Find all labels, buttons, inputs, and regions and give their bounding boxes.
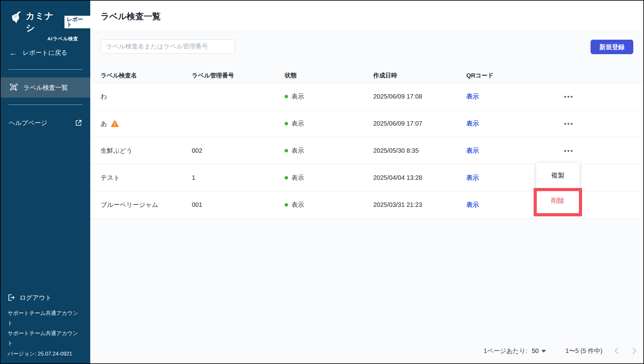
- warning-icon: [111, 120, 119, 128]
- cell-created-at: 2025/06/09 17:07: [373, 120, 466, 127]
- row-menu-button[interactable]: •••: [560, 117, 578, 130]
- page-title: ラベル検査一覧: [101, 11, 161, 22]
- cell-actions: •••: [558, 145, 643, 157]
- column-header-qr: QRコード: [466, 71, 558, 80]
- cell-inspection-name: あ: [101, 119, 192, 128]
- sidebar-item-label-inspections[interactable]: ラベル検査一覧: [1, 77, 90, 98]
- created-at: 2025/04/04 13:28: [373, 174, 422, 181]
- help-page-link[interactable]: ヘルプページ: [1, 116, 90, 130]
- logout-icon: [8, 294, 15, 301]
- cell-management-number: 001: [192, 201, 285, 208]
- row-menu-button[interactable]: •••: [560, 90, 578, 103]
- cell-qr: 表示: [466, 92, 558, 101]
- sidebar-footer: ログアウト サポートチーム共通アカウント サポートチーム共通アカウント バージョ…: [1, 293, 90, 359]
- row-menu-button[interactable]: •••: [560, 145, 578, 157]
- management-number: 002: [192, 147, 202, 154]
- per-page-value: 50: [532, 347, 539, 355]
- table-row: あ 表示 2025/06/09 17:07 表示 •••: [90, 110, 643, 137]
- cell-inspection-name: テスト: [101, 173, 192, 182]
- label-scan-icon: [9, 83, 18, 92]
- account-organization: サポートチーム共通アカウント: [8, 328, 83, 349]
- column-header-name: ラベル検査名: [101, 71, 192, 80]
- menu-item-delete[interactable]: 削除: [536, 188, 580, 213]
- help-page-label: ヘルプページ: [9, 119, 47, 127]
- create-new-button[interactable]: 新規登録: [591, 40, 633, 54]
- column-header-created: 作成日時: [373, 71, 466, 80]
- cell-qr: 表示: [466, 119, 558, 128]
- status-label: 表示: [291, 119, 304, 128]
- cell-status: 表示: [285, 92, 373, 101]
- per-page-select[interactable]: 50: [532, 347, 546, 355]
- cell-actions: •••: [558, 90, 643, 103]
- row-context-menu: 複製 削除: [536, 163, 580, 213]
- column-header-number: ラベル管理番号: [192, 71, 285, 80]
- status-dot-icon: [285, 176, 288, 179]
- brand-logo: カミナシ レポート AIラベル検査: [9, 10, 90, 42]
- search-input[interactable]: [101, 39, 235, 54]
- external-link-icon: [75, 119, 82, 127]
- created-at: 2025/05/30 8:35: [373, 147, 419, 154]
- created-at: 2025/03/31 21:23: [373, 201, 422, 208]
- arrow-left-icon: ←: [9, 49, 17, 57]
- app-version: バージョン: 25.07.24-0921: [8, 349, 83, 359]
- sidebar-divider: [8, 69, 82, 70]
- status-label: 表示: [291, 201, 304, 209]
- status-dot-icon: [285, 149, 288, 152]
- logout-label: ログアウト: [19, 293, 52, 302]
- qr-show-link[interactable]: 表示: [466, 119, 479, 128]
- pagination-bar: 1ページあたり: 50 1〜5 (5 件中): [484, 344, 638, 358]
- cell-created-at: 2025/03/31 21:23: [373, 201, 466, 208]
- cell-status: 表示: [285, 146, 373, 155]
- toolbar: 新規登録: [90, 32, 643, 68]
- back-to-reports-link[interactable]: ← レポートに戻る: [9, 48, 67, 57]
- status-label: 表示: [291, 173, 304, 182]
- column-header-status: 状態: [285, 71, 373, 80]
- brand-badge: レポート: [64, 16, 90, 28]
- sidebar-divider: [8, 105, 82, 105]
- page-header: ラベル検査一覧: [90, 1, 643, 32]
- sidebar: カミナシ レポート AIラベル検査 ← レポートに戻る: [1, 1, 90, 363]
- inspection-name: テスト: [101, 173, 120, 182]
- table-row: 生鮮ぶどう 002 表示 2025/05/30 8:35 表示 •••: [90, 137, 643, 164]
- status-dot-icon: [285, 203, 288, 207]
- cell-status: 表示: [285, 173, 373, 182]
- app-window: カミナシ レポート AIラベル検査 ← レポートに戻る: [0, 0, 644, 364]
- back-to-reports-label: レポートに戻る: [23, 48, 67, 57]
- menu-item-duplicate[interactable]: 複製: [536, 163, 580, 188]
- brand-name: カミナシ: [26, 10, 62, 34]
- brand-product-name: AIラベル検査: [26, 36, 90, 42]
- goat-logo-icon: [9, 10, 23, 25]
- status-dot-icon: [285, 95, 288, 98]
- cell-created-at: 2025/05/30 8:35: [373, 147, 466, 154]
- cell-management-number: 1: [192, 174, 285, 181]
- inspection-name: 生鮮ぶどう: [101, 146, 132, 155]
- account-name: サポートチーム共通アカウント: [8, 308, 83, 329]
- logout-button[interactable]: ログアウト: [8, 293, 83, 302]
- table-header-row: ラベル検査名 ラベル管理番号 状態 作成日時 QRコード: [90, 68, 643, 83]
- inspection-name: わ: [101, 92, 107, 101]
- qr-show-link[interactable]: 表示: [466, 92, 479, 101]
- cell-status: 表示: [285, 201, 373, 209]
- cell-status: 表示: [285, 119, 373, 128]
- qr-show-link[interactable]: 表示: [466, 146, 479, 155]
- management-number: 001: [192, 201, 202, 208]
- qr-show-link[interactable]: 表示: [466, 173, 479, 182]
- status-label: 表示: [291, 92, 304, 101]
- created-at: 2025/06/09 17:07: [373, 120, 422, 127]
- inspection-name: あ: [101, 119, 107, 128]
- main-content: ラベル検査一覧 新規登録 ラベル検査名 ラベル管理番号 状態 作成日時 QRコー…: [90, 1, 643, 363]
- cell-actions: •••: [558, 117, 643, 130]
- cell-created-at: 2025/06/09 17:08: [373, 93, 466, 100]
- sidebar-item-label: ラベル検査一覧: [23, 83, 68, 92]
- next-page-button[interactable]: [631, 347, 638, 355]
- cell-management-number: 002: [192, 147, 285, 154]
- pagination-range: 1〜5 (5 件中): [565, 347, 602, 355]
- prev-page-button[interactable]: [613, 347, 620, 355]
- cell-inspection-name: ブルーベリージャム: [101, 201, 192, 209]
- per-page-label: 1ページあたり:: [484, 347, 527, 355]
- qr-show-link[interactable]: 表示: [466, 201, 479, 209]
- management-number: 1: [192, 174, 195, 181]
- created-at: 2025/06/09 17:08: [373, 93, 422, 100]
- inspection-name: ブルーベリージャム: [101, 201, 158, 209]
- cell-created-at: 2025/04/04 13:28: [373, 174, 466, 181]
